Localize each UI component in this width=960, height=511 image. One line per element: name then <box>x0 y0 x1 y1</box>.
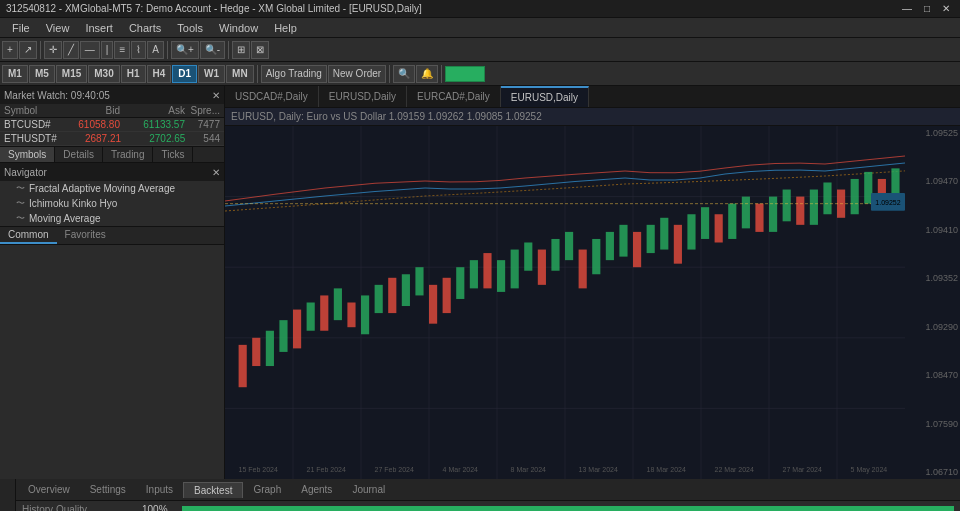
tf-d1[interactable]: D1 <box>172 65 197 83</box>
tf-h4[interactable]: H4 <box>147 65 172 83</box>
nav-tab-common[interactable]: Common <box>0 227 57 244</box>
chart-tab-2[interactable]: EURUSD,Daily <box>319 86 407 107</box>
tab-graph[interactable]: Graph <box>243 482 291 497</box>
strategy-tester-sidebar: Strategy Tester <box>0 479 16 511</box>
main-area: Market Watch: 09:40:05 ✕ Symbol Bid Ask … <box>0 86 960 479</box>
chart-area[interactable]: USDCAD#,Daily EURUSD,Daily EURCAD#,Daily… <box>225 86 960 479</box>
svg-text:5 May 2024: 5 May 2024 <box>851 466 888 474</box>
svg-rect-47 <box>701 207 709 239</box>
prop-btn[interactable]: ⊞ <box>232 41 250 59</box>
svg-rect-16 <box>279 320 287 352</box>
market-watch-close[interactable]: ✕ <box>212 90 220 101</box>
tab-trading[interactable]: Trading <box>103 147 154 162</box>
tf-m30[interactable]: M30 <box>88 65 119 83</box>
svg-text:15 Feb 2024: 15 Feb 2024 <box>239 466 278 473</box>
text-btn[interactable]: A <box>147 41 164 59</box>
chart-tab-1[interactable]: USDCAD#,Daily <box>225 86 319 107</box>
tf-m15[interactable]: M15 <box>56 65 87 83</box>
svg-rect-30 <box>470 260 478 288</box>
tf-w1[interactable]: W1 <box>198 65 225 83</box>
nav-item-ma[interactable]: 〜 Moving Average <box>0 211 224 226</box>
tf-m5[interactable]: M5 <box>29 65 55 83</box>
tab-symbols[interactable]: Symbols <box>0 147 55 162</box>
crosshair-btn[interactable]: ✛ <box>44 41 62 59</box>
chart-tab-3[interactable]: EURCAD#,Daily <box>407 86 501 107</box>
tab-backtest[interactable]: Backtest <box>183 482 243 498</box>
tf-mn[interactable]: MN <box>226 65 254 83</box>
nav-item-ichimoku[interactable]: 〜 Ichimoku Kinko Hyo <box>0 196 224 211</box>
new-order-btn[interactable]: New Order <box>328 65 386 83</box>
svg-rect-25 <box>402 274 410 306</box>
price-label-1: 1.09525 <box>907 128 958 138</box>
svg-rect-37 <box>565 232 573 260</box>
tab-settings[interactable]: Settings <box>80 482 136 497</box>
separator4 <box>257 65 258 83</box>
zoom-in-btn[interactable]: 🔍+ <box>171 41 199 59</box>
svg-rect-46 <box>687 214 695 249</box>
svg-rect-26 <box>415 267 423 295</box>
col-bid: Bid <box>55 105 120 116</box>
tab-agents[interactable]: Agents <box>291 482 342 497</box>
nav-item-fractal[interactable]: 〜 Fractal Adaptive Moving Average <box>0 181 224 196</box>
menu-charts[interactable]: Charts <box>121 20 169 36</box>
chart-canvas[interactable]: 1.09252 15 Feb 2024 21 Feb 2024 27 Feb 2… <box>225 126 960 479</box>
market-watch-row[interactable]: ETHUSDT# 2687.21 2702.65 544 <box>0 132 224 146</box>
timeframe-toolbar: M1 M5 M15 M30 H1 H4 D1 W1 MN Algo Tradin… <box>0 62 960 86</box>
separator5 <box>389 65 390 83</box>
svg-rect-56 <box>823 182 831 214</box>
tab-journal[interactable]: Journal <box>342 482 395 497</box>
nav-expand-icon: 〜 <box>16 197 25 210</box>
svg-rect-27 <box>429 285 437 324</box>
tf-h1[interactable]: H1 <box>121 65 146 83</box>
maximize-btn[interactable]: □ <box>920 3 934 14</box>
line-btn[interactable]: ╱ <box>63 41 79 59</box>
arrow-btn[interactable]: ↗ <box>19 41 37 59</box>
mw-spread-1: 7477 <box>185 119 220 130</box>
menu-insert[interactable]: Insert <box>77 20 121 36</box>
tab-overview[interactable]: Overview <box>18 482 80 497</box>
chart-tab-4[interactable]: EURUSD,Daily <box>501 86 589 107</box>
hq-bar <box>182 506 954 512</box>
fib-btn[interactable]: ⌇ <box>131 41 146 59</box>
minimize-btn[interactable]: — <box>898 3 916 14</box>
svg-rect-52 <box>769 197 777 232</box>
menu-help[interactable]: Help <box>266 20 305 36</box>
zoom-out-btn[interactable]: 🔍- <box>200 41 225 59</box>
menu-window[interactable]: Window <box>211 20 266 36</box>
svg-text:27 Mar 2024: 27 Mar 2024 <box>783 466 822 473</box>
market-watch-header: Market Watch: 09:40:05 ✕ <box>0 86 224 104</box>
price-label-2: 1.09470 <box>907 176 958 186</box>
svg-rect-54 <box>796 197 804 225</box>
algo-trading-btn[interactable]: Algo Trading <box>261 65 327 83</box>
chart-visual: 1.09252 15 Feb 2024 21 Feb 2024 27 Feb 2… <box>225 126 905 479</box>
price-label-5: 1.09290 <box>907 322 958 332</box>
alert-btn[interactable]: 🔔 <box>416 65 438 83</box>
nav-tab-favorites[interactable]: Favorites <box>57 227 114 244</box>
del-btn[interactable]: ⊠ <box>251 41 269 59</box>
search-btn[interactable]: 🔍 <box>393 65 415 83</box>
window-controls[interactable]: — □ ✕ <box>898 3 954 14</box>
new-chart-btn[interactable]: + <box>2 41 18 59</box>
market-watch-row[interactable]: BTCUSD# 61058.80 61133.57 7477 <box>0 118 224 132</box>
svg-text:13 Mar 2024: 13 Mar 2024 <box>579 466 618 473</box>
svg-rect-53 <box>783 190 791 222</box>
vline-btn[interactable]: | <box>101 41 114 59</box>
navigator-close[interactable]: ✕ <box>212 167 220 178</box>
svg-rect-20 <box>334 288 342 320</box>
col-ask: Ask <box>120 105 185 116</box>
tab-inputs[interactable]: Inputs <box>136 482 183 497</box>
chart-tabs: USDCAD#,Daily EURUSD,Daily EURCAD#,Daily… <box>225 86 960 108</box>
tab-details[interactable]: Details <box>55 147 103 162</box>
channel-btn[interactable]: ≡ <box>114 41 130 59</box>
tab-ticks[interactable]: Ticks <box>153 147 193 162</box>
tf-m1[interactable]: M1 <box>2 65 28 83</box>
menu-file[interactable]: File <box>4 20 38 36</box>
hline-btn[interactable]: — <box>80 41 100 59</box>
menu-view[interactable]: View <box>38 20 78 36</box>
svg-text:27 Feb 2024: 27 Feb 2024 <box>375 466 414 473</box>
close-btn[interactable]: ✕ <box>938 3 954 14</box>
strategy-tester-tabs: Overview Settings Inputs Backtest Graph … <box>16 479 960 501</box>
price-label-3: 1.09410 <box>907 225 958 235</box>
menu-tools[interactable]: Tools <box>169 20 211 36</box>
title-bar: 312540812 - XMGlobal-MT5 7: Demo Account… <box>0 0 960 18</box>
